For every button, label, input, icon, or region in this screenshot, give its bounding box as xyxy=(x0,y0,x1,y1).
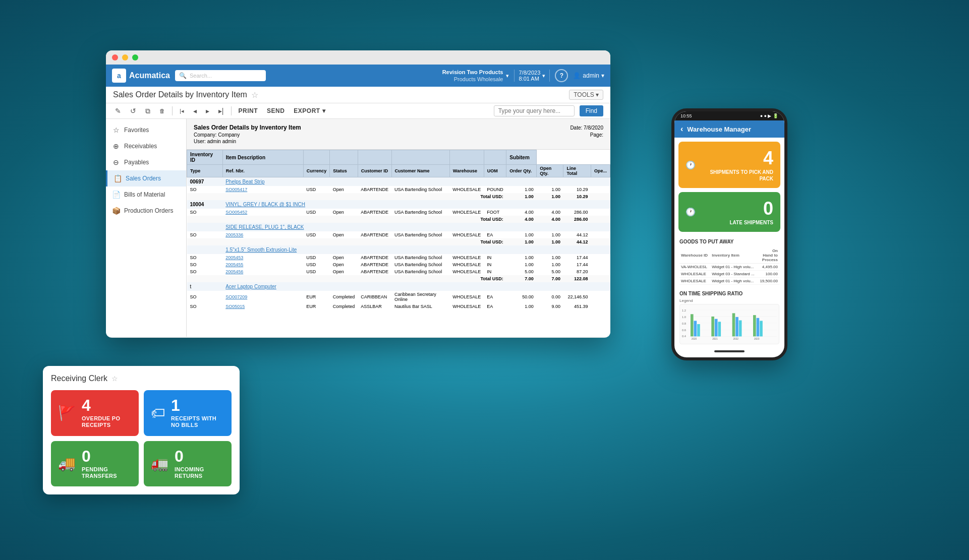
incoming-returns-tile[interactable]: 🚛 0 INCOMINGRETURNS xyxy=(144,441,232,486)
sales-orders-icon: 📋 xyxy=(113,174,122,182)
sidebar-receivables-label: Receivables xyxy=(124,143,157,150)
svg-text:2023: 2023 xyxy=(754,338,760,340)
maximize-dot[interactable] xyxy=(132,54,138,60)
receipts-no-bills-tile[interactable]: 🏷 1 RECEIPTS WITHNO BILLS xyxy=(144,390,232,435)
report-user-label: User: xyxy=(194,139,206,144)
svg-rect-16 xyxy=(732,313,735,336)
col-customer-id: Customer ID xyxy=(358,165,391,177)
table-row: SO 2005453 USD Open ABARTENDE USA Barten… xyxy=(187,254,610,261)
mobile-back-button[interactable]: ‹ xyxy=(680,125,683,134)
shipments-pick-pack-tile[interactable]: 🕐 4 SHIPMENTS TO PICK AND PACK xyxy=(678,142,780,188)
shipments-label: SHIPMENTS TO PICK AND PACK xyxy=(696,169,773,182)
returns-content: 0 INCOMINGRETURNS xyxy=(175,448,224,479)
overdue-label: OVERDUE PORECEIPTS xyxy=(82,415,132,428)
toolbar: ✎ ↺ ⧉ 🗑 |◂ ◂ ▸ ▸| PRINT SEND EXPORT ▾ Fi… xyxy=(106,103,610,119)
svg-text:1.2: 1.2 xyxy=(682,309,686,312)
item-header-2: 10004 VINYL, GREY / BLACK @ $1 INCH xyxy=(187,200,610,209)
close-dot[interactable] xyxy=(112,54,118,60)
subtitle-bar: Sales Order Details by Inventory Item ☆ … xyxy=(106,87,610,103)
table-row: SO 2005456 USD Open ABARTENDE USA Barten… xyxy=(187,268,610,275)
item-name-2[interactable]: VINYL, GREY / BLACK @ $1 INCH xyxy=(225,202,305,207)
refresh-icon[interactable]: ↺ xyxy=(128,106,138,116)
overdue-po-tile[interactable]: 🚩 4 OVERDUE PORECEIPTS xyxy=(51,390,139,435)
item-name-1[interactable]: Phelps Beat Strip xyxy=(225,179,264,184)
minimize-dot[interactable] xyxy=(122,54,128,60)
report-company-value: Company xyxy=(218,132,240,138)
user-chevron: ▾ xyxy=(601,72,604,79)
logo-icon: a xyxy=(112,69,126,83)
company-info: Revision Two Products Products Wholesale xyxy=(442,69,503,83)
svg-rect-13 xyxy=(711,317,714,336)
sidebar-item-bills-of-material[interactable]: 📄 Bills of Material xyxy=(106,186,186,203)
shipments-number: 4 xyxy=(696,148,773,169)
edit-icon[interactable]: ✎ xyxy=(113,106,123,116)
col-status: Status xyxy=(330,165,358,177)
col-ref: Ref. Nbr. xyxy=(222,165,303,177)
tools-button[interactable]: TOOLS ▾ xyxy=(569,90,603,100)
copy-icon[interactable]: ⧉ xyxy=(143,106,152,116)
logo-text: Acumatica xyxy=(129,71,170,80)
sidebar-item-receivables[interactable]: ⊕ Receivables xyxy=(106,138,186,154)
svg-text:0.8: 0.8 xyxy=(682,322,686,325)
sidebar-item-favorites[interactable]: ☆ Favorites xyxy=(106,122,186,138)
late-number: 0 xyxy=(730,198,773,219)
next-page-icon[interactable]: ▸ xyxy=(204,106,211,116)
table-row: SO SO005417 USD Open ABARTENDE USA Barte… xyxy=(187,186,610,193)
report-date-label: Date: xyxy=(570,125,582,131)
mobile-header: ‹ Warehouse Manager xyxy=(674,120,784,138)
sidebar-item-payables[interactable]: ⊖ Payables xyxy=(106,154,186,170)
user-menu[interactable]: 👤 admin ▾ xyxy=(573,72,604,79)
nav-time-value: 8:01 AM xyxy=(519,76,540,82)
page-title-star[interactable]: ☆ xyxy=(251,90,258,100)
company-name: Revision Two Products xyxy=(442,69,503,76)
svg-rect-19 xyxy=(753,315,756,336)
sidebar-item-sales-orders[interactable]: 📋 Sales Orders xyxy=(106,170,186,186)
receivables-icon: ⊕ xyxy=(112,142,120,150)
total-row-4: Total USD: 7.00 7.00 122.08 xyxy=(187,275,610,282)
mobile-card: 10:55 ● ● ▶ 🔋 ‹ Warehouse Manager 🕐 4 SH… xyxy=(671,108,787,360)
send-button[interactable]: SEND xyxy=(265,106,287,115)
item-name-5[interactable]: Acer Laptop Computer xyxy=(225,284,276,289)
col-subitem: Subitem xyxy=(506,150,537,165)
sidebar: ☆ Favorites ⊕ Receivables ⊖ Payables 📋 S… xyxy=(106,119,187,337)
col-open: Ope... xyxy=(591,165,610,177)
col-spacer4 xyxy=(391,150,449,165)
goods-row: VA-WHOLESL Widget 01 - High volu... 4,49… xyxy=(679,264,779,271)
col-item-desc: Item Description xyxy=(222,150,303,165)
pending-transfers-tile[interactable]: 🚚 0 PENDINGTRANSFERS xyxy=(51,441,139,486)
prev-page-icon[interactable]: ◂ xyxy=(191,106,199,116)
nav-date-value: 7/8/2023 xyxy=(519,70,540,76)
col-inventory-id: Inventory ID xyxy=(187,150,223,165)
col-type: Type xyxy=(187,165,223,177)
goods-row: WHOLESALE Widget 01 - High volu... 19,50… xyxy=(679,278,779,285)
production-icon: 📦 xyxy=(112,207,120,215)
item-name-4[interactable]: 1.5"x1.5" Smooth Extrusion-Lite xyxy=(225,247,297,253)
main-layout: ☆ Favorites ⊕ Receivables ⊖ Payables 📋 S… xyxy=(106,119,610,337)
search-bar[interactable]: 🔍 Search... xyxy=(175,70,266,81)
mobile-signal: ● ● ▶ 🔋 xyxy=(760,113,778,118)
export-button[interactable]: EXPORT ▾ xyxy=(292,106,327,115)
col-customer-name: Customer Name xyxy=(391,165,449,177)
company-chevron[interactable]: ▾ xyxy=(506,73,509,79)
goods-row: WHOLESALE Widget 03 - Standard ... 100.0… xyxy=(679,271,779,278)
overdue-number: 4 xyxy=(82,397,132,413)
last-page-icon[interactable]: ▸| xyxy=(216,106,226,116)
svg-rect-14 xyxy=(715,319,718,337)
find-button[interactable]: Find xyxy=(580,105,603,116)
help-button[interactable]: ? xyxy=(555,69,568,82)
card-star[interactable]: ☆ xyxy=(111,375,118,383)
query-input[interactable] xyxy=(494,105,575,116)
date-chevron[interactable]: ▾ xyxy=(542,73,545,79)
card-title: Receiving Clerk xyxy=(51,374,107,383)
mobile-title: Warehouse Manager xyxy=(687,126,751,133)
item-name-3[interactable]: SIDE RELEASE, PLUG 1", BLACK xyxy=(225,224,304,230)
search-placeholder: Search... xyxy=(190,73,212,79)
svg-rect-21 xyxy=(760,321,763,336)
svg-rect-17 xyxy=(735,317,738,337)
receiving-clerk-card: Receiving Clerk ☆ 🚩 4 OVERDUE PORECEIPTS… xyxy=(43,366,240,494)
late-shipments-tile[interactable]: 🕐 0 LATE SHIPMENTS xyxy=(678,192,780,232)
sidebar-item-production-orders[interactable]: 📦 Production Orders xyxy=(106,203,186,219)
print-button[interactable]: PRINT xyxy=(237,106,260,115)
first-page-icon[interactable]: |◂ xyxy=(178,107,186,115)
delete-icon[interactable]: 🗑 xyxy=(157,107,167,115)
